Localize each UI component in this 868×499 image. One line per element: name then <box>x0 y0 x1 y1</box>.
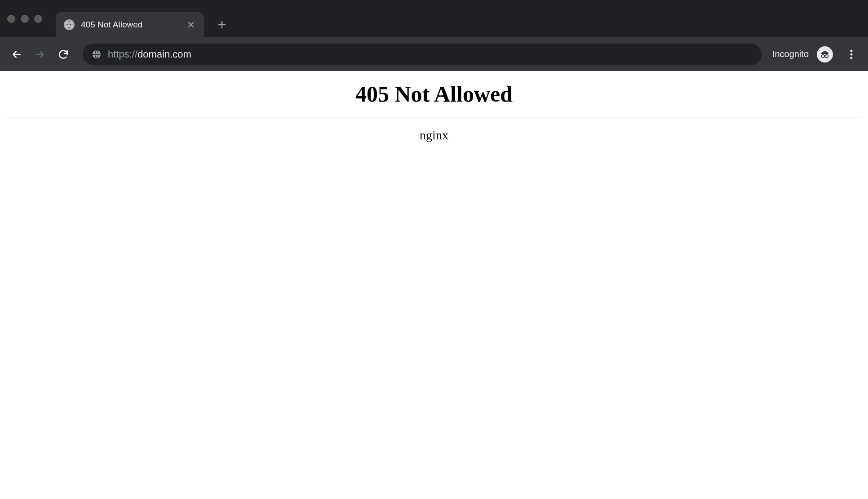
browser-chrome: 405 Not Allowed <box>0 0 868 71</box>
tab-close-button[interactable] <box>186 20 196 30</box>
incognito-label: Incognito <box>772 49 809 59</box>
reload-button[interactable] <box>55 46 72 63</box>
error-heading: 405 Not Allowed <box>6 81 862 107</box>
window-close-button[interactable] <box>7 15 15 23</box>
browser-tab[interactable]: 405 Not Allowed <box>56 12 204 37</box>
svg-point-4 <box>850 49 853 52</box>
window-controls <box>7 15 42 23</box>
tab-title: 405 Not Allowed <box>81 20 180 30</box>
server-name: nginx <box>6 128 862 143</box>
url-display: https://domain.com <box>108 49 191 60</box>
forward-button[interactable] <box>31 46 49 63</box>
address-bar[interactable]: https://domain.com <box>83 44 762 65</box>
svg-point-3 <box>825 54 828 58</box>
site-info-icon[interactable] <box>92 49 102 59</box>
back-button[interactable] <box>8 46 25 63</box>
browser-toolbar: https://domain.com Incognito <box>0 37 868 71</box>
new-tab-button[interactable] <box>213 16 231 34</box>
window-minimize-button[interactable] <box>21 15 29 23</box>
svg-point-6 <box>850 57 853 59</box>
page-content: 405 Not Allowed nginx <box>0 71 868 499</box>
url-scheme: https:// <box>108 49 137 60</box>
svg-point-2 <box>822 54 825 58</box>
url-host: domain.com <box>137 49 191 60</box>
tab-strip: 405 Not Allowed <box>0 0 868 37</box>
window-maximize-button[interactable] <box>34 15 42 23</box>
browser-menu-button[interactable] <box>843 46 860 63</box>
divider <box>6 117 862 117</box>
incognito-icon[interactable] <box>817 46 833 62</box>
svg-point-5 <box>850 53 853 55</box>
globe-icon <box>64 19 75 30</box>
